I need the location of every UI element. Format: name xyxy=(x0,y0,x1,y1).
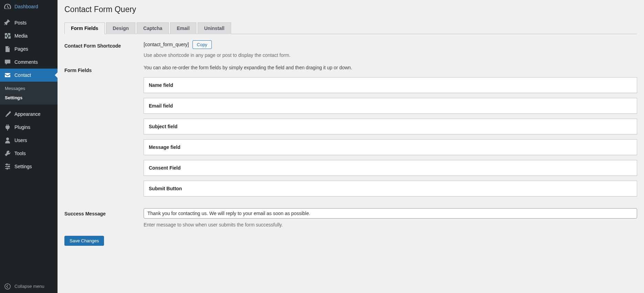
tab-captcha[interactable]: Captcha xyxy=(137,22,169,34)
field-panel[interactable]: Submit Button xyxy=(144,181,637,196)
sidebar-item-contact[interactable]: Contact xyxy=(0,69,58,82)
submenu-item-settings[interactable]: Settings xyxy=(0,93,58,102)
sidebar-item-posts[interactable]: Posts xyxy=(0,16,58,29)
sidebar-item-appearance[interactable]: Appearance xyxy=(0,108,58,121)
save-button[interactable]: Save Changes xyxy=(64,236,104,246)
plug-icon xyxy=(4,124,11,131)
field-panel[interactable]: Name field xyxy=(144,77,637,93)
field-panel[interactable]: Consent Field xyxy=(144,160,637,176)
user-icon xyxy=(4,137,11,144)
sidebar-item-users[interactable]: Users xyxy=(0,134,58,147)
menu-separator xyxy=(0,14,58,16)
sidebar-item-media[interactable]: Media xyxy=(0,29,58,42)
sidebar-item-tools[interactable]: Tools xyxy=(0,147,58,160)
sidebar-item-label: Appearance xyxy=(14,111,41,117)
collapse-icon xyxy=(4,283,11,290)
dashboard-icon xyxy=(4,3,11,10)
tab-uninstall[interactable]: Uninstall xyxy=(198,22,231,34)
sidebar-item-label: Posts xyxy=(14,20,27,26)
tab-design[interactable]: Design xyxy=(106,22,135,34)
sidebar-item-label: Plugins xyxy=(14,124,30,130)
mail-icon xyxy=(4,72,11,79)
form-fields-help: You can also re-order the form fields by… xyxy=(144,65,637,70)
menu-separator xyxy=(0,105,58,107)
shortcode-label: Contact Form Shortcode xyxy=(64,40,144,58)
success-message-label: Success Message xyxy=(64,208,144,228)
sidebar-item-label: Contact xyxy=(14,72,31,78)
sidebar-item-dashboard[interactable]: Dashboard xyxy=(0,0,58,13)
sidebar-item-label: Comments xyxy=(14,59,38,65)
field-list: Name field Email field Subject field Mes… xyxy=(144,77,637,196)
tab-email[interactable]: Email xyxy=(170,22,196,34)
copy-button[interactable]: Copy xyxy=(193,40,212,49)
success-message-help: Enter message to show when user submits … xyxy=(144,222,637,228)
shortcode-value: [contact_form_query] xyxy=(144,42,189,47)
collapse-menu[interactable]: Collapse menu xyxy=(0,280,58,293)
page-title: Contact Form Query xyxy=(64,1,637,16)
tab-form-fields[interactable]: Form Fields xyxy=(64,22,105,34)
pin-icon xyxy=(4,19,11,26)
chat-icon xyxy=(4,59,11,65)
svg-point-0 xyxy=(5,284,10,289)
field-panel[interactable]: Subject field xyxy=(144,119,637,134)
sidebar-item-label: Tools xyxy=(14,150,26,156)
sidebar-item-plugins[interactable]: Plugins xyxy=(0,121,58,134)
form-fields-label: Form Fields xyxy=(64,65,144,201)
field-panel[interactable]: Message field xyxy=(144,139,637,155)
shortcode-help: Use above shortcode in any page or post … xyxy=(144,52,637,58)
sidebar-item-comments[interactable]: Comments xyxy=(0,55,58,69)
sidebar-item-label: Pages xyxy=(14,46,28,52)
sidebar-item-label: Settings xyxy=(14,163,32,170)
pages-icon xyxy=(4,46,11,52)
admin-sidebar: Dashboard Posts Media Pages Comments Con… xyxy=(0,0,58,293)
sidebar-item-pages[interactable]: Pages xyxy=(0,42,58,55)
sidebar-item-label: Media xyxy=(14,33,28,39)
media-icon xyxy=(4,32,11,39)
sidebar-item-settings[interactable]: Settings xyxy=(0,160,58,173)
menu-separator xyxy=(0,174,58,175)
brush-icon xyxy=(4,111,11,118)
wrench-icon xyxy=(4,150,11,157)
collapse-menu-label: Collapse menu xyxy=(14,284,44,290)
sidebar-submenu: Messages Settings xyxy=(0,82,58,104)
sidebar-item-label: Dashboard xyxy=(14,3,38,10)
success-message-input[interactable] xyxy=(144,208,637,219)
sliders-icon xyxy=(4,163,11,170)
submenu-item-messages[interactable]: Messages xyxy=(0,84,58,93)
field-panel[interactable]: Email field xyxy=(144,98,637,114)
sidebar-item-label: Users xyxy=(14,137,27,143)
tab-bar: Form Fields Design Captcha Email Uninsta… xyxy=(64,22,637,34)
main-content: Contact Form Query Form Fields Design Ca… xyxy=(58,0,644,293)
